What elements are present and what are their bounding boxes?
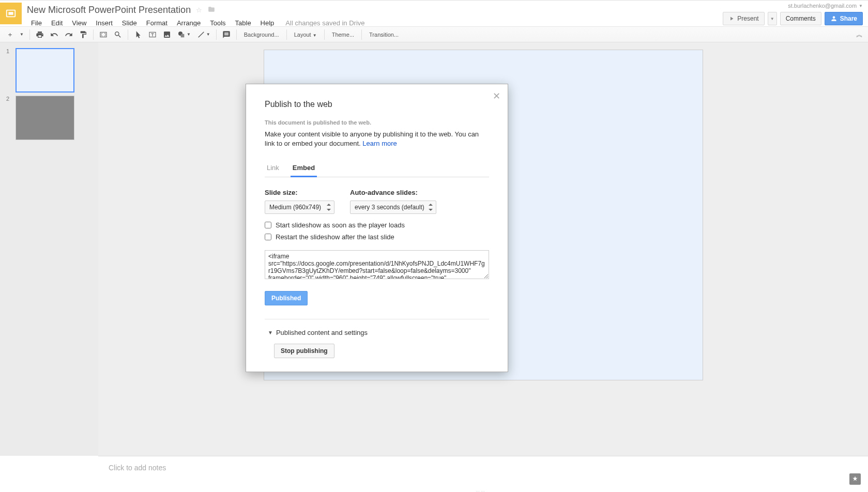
embed-code-textarea[interactable] [265,250,489,279]
new-slide-button[interactable]: ＋ [4,28,16,41]
tab-link[interactable]: Link [265,160,281,177]
collapse-toolbar-icon[interactable]: ︽ [856,30,863,39]
stop-publishing-button[interactable]: Stop publishing [274,344,334,358]
svg-rect-5 [181,34,185,37]
start-slideshow-label: Start slideshow as soon as the player lo… [276,221,405,229]
dialog-subtitle: This document is published to the web. [265,119,489,126]
triangle-down-icon: ▼ [268,330,273,335]
undo-icon[interactable] [48,28,61,41]
redo-icon[interactable] [62,28,75,41]
restart-slideshow-checkbox[interactable] [265,234,271,240]
comment-icon[interactable] [220,28,233,41]
explore-icon[interactable] [849,473,861,485]
zoom-fit-icon[interactable] [97,28,110,41]
present-button[interactable]: Present [723,12,764,25]
document-title[interactable]: New Microsoft PowerPoint Presentation [27,5,191,16]
toolbar: ＋ ▼ ▼ ▼ Background... Layout ▼ Theme... … [0,26,868,42]
print-icon[interactable] [33,28,47,41]
transition-button[interactable]: Transition... [365,29,403,40]
notes-resize-grip[interactable]: ⋯⋯ [476,489,491,491]
background-button[interactable]: Background... [240,29,283,40]
comments-button[interactable]: Comments [780,12,821,25]
textbox-icon[interactable] [146,28,159,41]
image-icon[interactable] [160,28,174,41]
autoadvance-label: Auto-advance slides: [350,189,436,196]
slide-number: 1 [6,48,12,54]
tab-embed[interactable]: Embed [291,160,317,177]
slide-size-select[interactable]: Medium (960x749) [265,201,334,214]
published-button[interactable]: Published [265,291,308,305]
publish-dialog: ✕ Publish to the web This document is pu… [246,84,508,372]
dialog-description: Make your content visible to anyone by p… [265,130,489,148]
new-slide-dropdown[interactable]: ▼ [17,28,26,41]
learn-more-link[interactable]: Learn more [362,140,397,147]
zoom-icon[interactable] [111,28,125,41]
share-button[interactable]: Share [825,12,863,25]
slide-size-label: Slide size: [265,189,334,196]
line-icon[interactable]: ▼ [194,28,213,41]
speaker-notes[interactable]: Click to add notes [98,456,868,492]
restart-slideshow-label: Restart the slideshow after the last sli… [276,233,394,241]
theme-button[interactable]: Theme... [328,29,358,40]
slide-thumbnail-1[interactable] [16,48,74,93]
slide-thumbnail-2[interactable] [16,96,74,140]
autoadvance-select[interactable]: every 3 seconds (default) [350,201,436,214]
present-dropdown[interactable]: ▼ [768,12,777,25]
svg-line-6 [199,32,204,37]
start-slideshow-checkbox[interactable] [265,222,271,228]
user-account[interactable]: st.burlachenko@gmail.com ▼ [788,3,863,9]
star-icon[interactable]: ☆ [196,6,202,14]
dialog-title: Publish to the web [265,100,489,109]
select-tool-icon[interactable] [131,28,145,41]
svg-rect-1 [8,12,13,15]
close-icon[interactable]: ✕ [493,90,500,102]
layout-button[interactable]: Layout ▼ [290,29,321,40]
published-settings-toggle[interactable]: ▼ Published content and settings [265,329,489,336]
slides-app-logo-icon[interactable] [0,3,22,24]
slide-number: 2 [6,96,12,102]
paint-format-icon[interactable] [77,28,90,41]
shape-icon[interactable]: ▼ [175,28,193,41]
move-folder-icon[interactable] [207,6,216,14]
slide-panel: 1 2 [0,42,98,456]
